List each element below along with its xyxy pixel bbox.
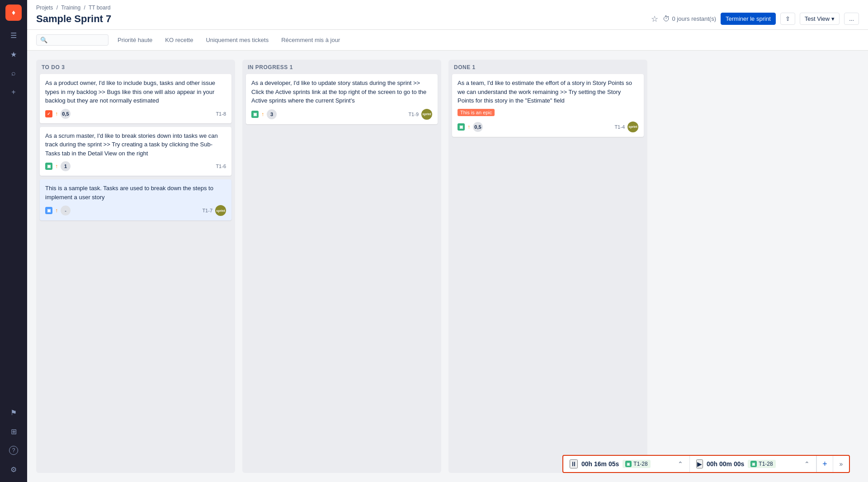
filter-ko-recette[interactable]: KO recette (161, 35, 197, 45)
bottom-timer-bar: ⏸ 00h 16m 05s ▣ T1-28 ⌃ ▶ 00h 00m 00s ▣ … (562, 455, 850, 473)
page-header: Projets / Training / TT board Sample Spr… (27, 0, 868, 30)
star-action-icon[interactable]: ☆ (651, 14, 658, 24)
timer1-pause-button[interactable]: ⏸ (570, 459, 578, 468)
star-icon: ★ (10, 50, 17, 59)
card-t1-6[interactable]: As a scrum master, I'd like to break sto… (40, 127, 231, 176)
column-inprogress-count: 1 (290, 64, 293, 70)
card-t1-7-text: This is a sample task. Tasks are used to… (45, 184, 226, 201)
header-row: Sample Sprint 7 ☆ ⏱ 0 jours restant(s) T… (36, 13, 859, 29)
card-t1-4-meta: ▣ ↑ 0,5 (458, 122, 483, 132)
share-icon: ⇧ (785, 15, 790, 22)
card-t1-6-id: T1-6 (216, 164, 226, 169)
search-icon: 🔍 (40, 37, 47, 43)
more-options-button[interactable]: ... (844, 13, 859, 25)
time-remaining: 0 jours restant(s) (672, 15, 717, 22)
timer2-ticket[interactable]: ▣ T1-28 (748, 460, 775, 468)
end-sprint-button[interactable]: Terminer le sprint (721, 13, 776, 25)
help-icon: ? (9, 446, 18, 455)
timer1-time: 00h 16m 05s (581, 460, 619, 468)
page-title: Sample Sprint 7 (36, 13, 111, 25)
timer-add-button[interactable]: + (816, 456, 833, 472)
column-todo-title: TO DO (42, 64, 60, 70)
card-t1-6-text: As a scrum master, I'd like to break sto… (45, 131, 226, 158)
timer2-section: ▶ 00h 00m 00s ▣ T1-28 ⌃ (690, 456, 816, 472)
flag-icon: ⚑ (10, 408, 17, 417)
filter-priority-haute[interactable]: Priorité haute (114, 35, 156, 45)
search-box[interactable]: 🔍 (36, 34, 108, 46)
view-selector[interactable]: Test View ▾ (800, 13, 840, 25)
chevron-down-icon: ▾ (831, 15, 835, 22)
card-t1-7-points: - (61, 206, 71, 215)
card-t1-7[interactable]: This is a sample task. Tasks are used to… (40, 179, 231, 220)
sidebar-item-add[interactable]: + (5, 84, 22, 100)
column-done-cards: As a team, I'd like to estimate the effo… (448, 74, 647, 473)
timer2-time: 00h 00m 00s (707, 460, 744, 468)
timer1-expand-icon[interactable]: ⌃ (678, 460, 683, 468)
sidebar-item-flag[interactable]: ⚑ (5, 404, 22, 421)
column-done-count: 1 (472, 64, 476, 70)
filter-mes-tickets[interactable]: Uniquement mes tickets (202, 35, 272, 45)
card-t1-6-points: 1 (61, 161, 71, 171)
card-t1-4-text: As a team, I'd like to estimate the effo… (458, 79, 638, 105)
column-todo: TO DO 3 As a product owner, I'd like to … (36, 60, 235, 473)
epic-badge: This is an epic (458, 109, 495, 116)
sidebar-item-grid[interactable]: ⊞ (5, 423, 22, 440)
settings-icon: ⚙ (10, 465, 17, 474)
main-content: Projets / Training / TT board Sample Spr… (27, 0, 868, 482)
card-t1-9-avatar: sprint (421, 109, 432, 120)
filter-recent[interactable]: Récemment mis à jour (278, 35, 344, 45)
timer2-ticket-type-icon: ▣ (750, 461, 757, 467)
timer1-section: ⏸ 00h 16m 05s ▣ T1-28 ⌃ (563, 456, 690, 472)
sidebar-item-search[interactable]: ⌕ (5, 65, 22, 81)
timer1-ticket-id: T1-28 (633, 461, 647, 467)
add-timer-icon: + (822, 459, 827, 469)
clock-icon: ⏱ (663, 15, 670, 23)
card-t1-7-id: T1-7 (202, 208, 212, 213)
card-t1-4-priority-icon: ↑ (467, 124, 470, 130)
card-t1-6-priority-icon: ↑ (55, 163, 58, 169)
timer2-play-button[interactable]: ▶ (696, 459, 703, 468)
column-inprogress-header: IN PROGRESS 1 (242, 60, 441, 74)
search-input[interactable] (50, 37, 104, 43)
timer2-expand-icon[interactable]: ⌃ (804, 460, 810, 468)
card-t1-8-footer: ✓ ↑ 0,5 T1-8 (45, 109, 226, 119)
card-t1-4-type-icon: ▣ (458, 123, 465, 131)
card-t1-7-footer: ▣ ↑ - T1-7 sprint (45, 205, 226, 216)
app-logo[interactable]: ♦ (5, 5, 22, 21)
timer1-ticket-type-icon: ▣ (625, 461, 632, 467)
card-t1-4-avatar: sprint (627, 122, 638, 132)
sidebar-item-menu[interactable]: ☰ (5, 27, 22, 43)
column-todo-cards: As a product owner, I'd like to include … (36, 74, 235, 473)
card-t1-9[interactable]: As a developer, I'd like to update story… (246, 74, 438, 124)
timer1-ticket[interactable]: ▣ T1-28 (623, 460, 650, 468)
sidebar-item-settings[interactable]: ⚙ (5, 461, 22, 477)
expand-all-icon: » (840, 460, 843, 468)
column-inprogress: IN PROGRESS 1 As a developer, I'd like t… (242, 60, 441, 473)
grid-icon: ⊞ (11, 427, 17, 436)
view-label: Test View (805, 15, 830, 22)
card-t1-7-priority-icon: ↑ (55, 207, 58, 214)
column-done: DONE 1 As a team, I'd like to estimate t… (448, 60, 647, 473)
pause-icon: ⏸ (571, 460, 577, 468)
card-t1-8-priority-icon: ↑ (55, 111, 58, 117)
card-t1-9-id: T1-9 (408, 112, 419, 117)
card-t1-8[interactable]: As a product owner, I'd like to include … (40, 74, 231, 123)
menu-icon: ☰ (10, 31, 17, 40)
column-inprogress-title: IN PROGRESS (248, 64, 288, 70)
card-t1-4-footer: ▣ ↑ 0,5 T1-4 sprint (458, 122, 638, 132)
breadcrumb-ttboard[interactable]: TT board (89, 5, 110, 11)
breadcrumb-training[interactable]: Training (61, 5, 80, 11)
card-t1-4-points: 0,5 (473, 122, 483, 132)
column-inprogress-cards: As a developer, I'd like to update story… (242, 74, 441, 473)
card-t1-8-meta: ✓ ↑ 0,5 (45, 109, 71, 119)
card-t1-4[interactable]: As a team, I'd like to estimate the effo… (452, 74, 644, 137)
sidebar-item-favorites[interactable]: ★ (5, 46, 22, 62)
sidebar-item-help[interactable]: ? (5, 442, 22, 459)
breadcrumb-sep1: / (57, 5, 58, 11)
card-t1-9-type-icon: ▣ (251, 111, 259, 118)
timer-expand-all-button[interactable]: » (833, 456, 849, 472)
card-t1-6-type-icon: ▣ (45, 163, 52, 170)
card-t1-7-avatar: sprint (215, 205, 226, 216)
breadcrumb-projets[interactable]: Projets (36, 5, 53, 11)
share-button[interactable]: ⇧ (780, 13, 795, 25)
